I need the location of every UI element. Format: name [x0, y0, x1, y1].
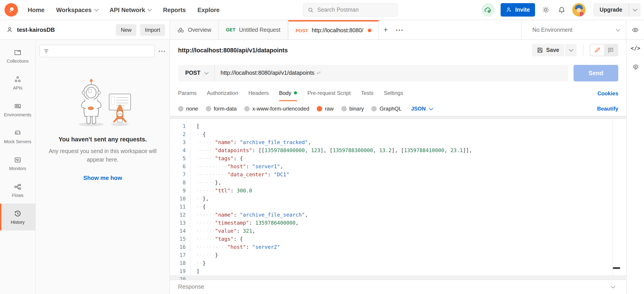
mode-form-data[interactable]: form-data: [206, 106, 237, 112]
editor-scrollbar-thumb[interactable]: [613, 267, 620, 269]
line-number: 8: [170, 178, 190, 186]
nav-api-network[interactable]: API Network: [110, 6, 152, 13]
tab-overview[interactable]: Overview: [170, 20, 219, 40]
code-line[interactable]: 15······"tags": {: [170, 235, 626, 243]
code-line[interactable]: 11··{: [170, 203, 626, 211]
postman-logo-icon[interactable]: [4, 3, 18, 16]
code-line[interactable]: 8······},: [170, 178, 626, 186]
line-number: 19: [170, 267, 190, 275]
cookies-link[interactable]: Cookies: [598, 86, 618, 101]
sidebar-item-history[interactable]: History: [0, 204, 35, 230]
tab-headers[interactable]: Headers: [248, 86, 269, 101]
mode-graphql[interactable]: GraphQL: [372, 106, 402, 112]
method-selector[interactable]: POST: [178, 70, 214, 76]
sidebar-item-mock-servers[interactable]: Mock Servers: [0, 123, 35, 150]
tab-authorization[interactable]: Authorization: [207, 86, 238, 101]
line-number: 5: [170, 154, 190, 162]
comments-button[interactable]: [604, 45, 618, 56]
code-line[interactable]: 3······"name": "archive_file_tracked",: [170, 138, 626, 146]
line-number: 6: [170, 162, 190, 170]
language-selector[interactable]: JSON: [411, 106, 432, 112]
code-line[interactable]: 1[: [170, 122, 626, 130]
edit-mode-button[interactable]: [590, 45, 604, 56]
history-options-button[interactable]: •••: [158, 48, 166, 54]
search-input[interactable]: Search Postman: [303, 3, 398, 16]
line-number: 1: [170, 122, 190, 130]
nav-explore[interactable]: Explore: [198, 6, 220, 13]
editor-scroll-gutter: [612, 119, 613, 280]
history-filter-input[interactable]: [39, 45, 155, 57]
save-dropdown-button[interactable]: [565, 44, 577, 56]
editor-top-band: [170, 116, 626, 119]
sidebar-item-apis[interactable]: APIs: [0, 69, 35, 96]
workspace-name[interactable]: test-kairosDB: [17, 26, 55, 33]
tab-settings[interactable]: Settings: [384, 86, 403, 101]
code-line[interactable]: 4······"datapoints": [[1359788400000, 12…: [170, 146, 626, 154]
new-tab-button[interactable]: +: [379, 25, 392, 34]
beautify-link[interactable]: Beautify: [597, 106, 618, 112]
mode-none[interactable]: none: [178, 106, 198, 112]
upgrade-button[interactable]: Upgrade: [594, 7, 628, 13]
code-snippet-icon[interactable]: </>: [630, 45, 640, 52]
mode-binary[interactable]: binary: [341, 106, 364, 112]
radio-icon: [244, 106, 250, 111]
sidebar-item-collections[interactable]: Collections: [0, 42, 35, 69]
tab-tests[interactable]: Tests: [361, 86, 374, 101]
notifications-bell-icon[interactable]: [557, 5, 566, 15]
response-section-header[interactable]: Response: [170, 280, 626, 293]
radio-icon: [206, 106, 211, 111]
tab-pre-request-script[interactable]: Pre-request Script: [307, 86, 350, 101]
code-line[interactable]: 12······"name": "archive_file_search",: [170, 211, 626, 219]
code-line[interactable]: 9······"ttl": 300.0: [170, 186, 626, 195]
sidebar-item-flows[interactable]: Flows: [0, 177, 35, 204]
sidebar-item-environments[interactable]: Environments: [0, 96, 35, 123]
code-line[interactable]: 14······"value": 321,: [170, 227, 626, 235]
code-line[interactable]: 13······"timestamp": 1359786400000,: [170, 219, 626, 227]
new-button[interactable]: New: [116, 24, 136, 36]
sync-status-icon[interactable]: [481, 3, 494, 16]
invite-button[interactable]: Invite: [500, 3, 535, 16]
return-key-icon: ↵: [317, 70, 321, 76]
user-avatar[interactable]: [572, 3, 586, 16]
right-tool-rail: </>: [626, 40, 644, 294]
request-title: http://localhost:8080/api/v1/datapoints: [178, 47, 288, 54]
environment-selector[interactable]: No Environment: [532, 27, 572, 33]
nav-workspaces[interactable]: Workspaces: [56, 6, 98, 13]
settings-gear-icon[interactable]: [541, 5, 551, 15]
send-button[interactable]: Send: [574, 65, 618, 81]
sidebar-item-monitors[interactable]: Monitors: [0, 150, 35, 177]
tab-options-button[interactable]: •••: [392, 27, 407, 32]
code-line[interactable]: 16··········"host": "server2": [170, 243, 626, 251]
tab-get-untitled-request[interactable]: GET Untitled Request: [219, 20, 288, 40]
tab-body[interactable]: Body: [279, 86, 297, 101]
code-line[interactable]: 5······"tags": {: [170, 154, 626, 162]
code-line[interactable]: 10··},: [170, 195, 626, 203]
nav-reports[interactable]: Reports: [163, 6, 186, 13]
code-line[interactable]: 7··········"data_center": "DC1": [170, 170, 626, 178]
chevron-down-icon: [616, 27, 620, 31]
line-number: 12: [170, 211, 190, 219]
show-me-how-link[interactable]: Show me how: [83, 174, 122, 181]
import-button[interactable]: Import: [140, 24, 165, 36]
person-icon: [6, 26, 13, 33]
mode-raw[interactable]: raw: [317, 106, 334, 112]
code-line[interactable]: 6··········"host": "server1",: [170, 162, 626, 170]
code-line[interactable]: 19]: [170, 267, 626, 275]
save-button[interactable]: Save: [532, 44, 564, 56]
code-line[interactable]: 17······}: [170, 251, 626, 259]
tab-post-localhost[interactable]: POST http://localhost:8080/: [288, 20, 379, 40]
chevron-down-icon: [632, 7, 637, 12]
code-line[interactable]: 18··}: [170, 259, 626, 267]
body-code-editor[interactable]: 1[2··{3······"name": "archive_file_track…: [170, 119, 626, 280]
code-line[interactable]: 20: [170, 275, 626, 280]
hexagons-icon: [14, 76, 22, 83]
postbot-lightbulb-icon[interactable]: [632, 63, 640, 71]
nav-home[interactable]: Home: [28, 6, 44, 13]
mode-x-www-form-urlencoded[interactable]: x-www-form-urlencoded: [244, 106, 309, 112]
url-input[interactable]: http://localhost:8080/api/v1/datapoints: [215, 70, 314, 76]
tab-params[interactable]: Params: [178, 86, 196, 101]
server-icon: [14, 129, 22, 137]
environment-quick-look-eye-icon[interactable]: [626, 26, 644, 33]
code-line[interactable]: 2··{: [170, 130, 626, 138]
upgrade-dropdown-button[interactable]: [629, 9, 641, 11]
